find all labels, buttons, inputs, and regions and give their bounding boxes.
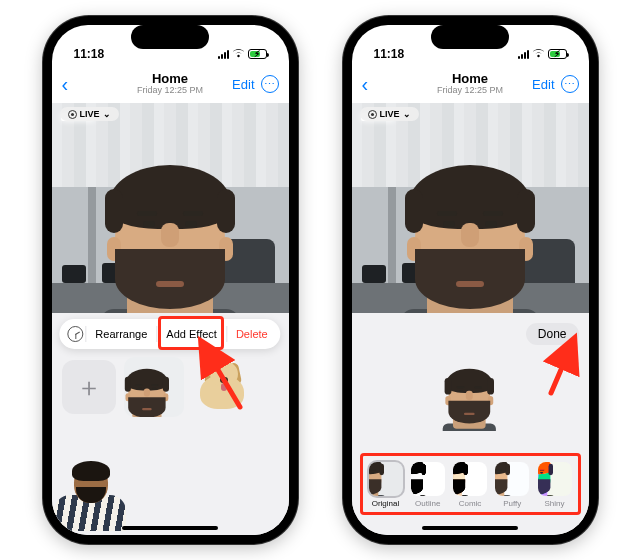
effect-original[interactable]: Original [369, 462, 403, 508]
recents-icon[interactable] [67, 326, 83, 342]
live-badge[interactable]: LIVE ⌄ [60, 107, 119, 121]
wifi-icon [232, 47, 245, 61]
status-right: ⚡︎ [218, 47, 267, 61]
edit-button[interactable]: Edit [232, 77, 254, 92]
sticker-thumb-person[interactable] [124, 357, 184, 417]
subject-portrait [85, 123, 255, 313]
nav-subtitle: Friday 12:25 PM [437, 86, 503, 96]
battery-icon: ⚡︎ [248, 49, 267, 59]
effect-shiny[interactable]: Shiny [538, 462, 572, 508]
phone-right: 11:18 ⚡︎ ‹ Home Friday 12:25 PM Edit ⋯ L… [343, 16, 598, 544]
sticker-drawer: Rearrange Add Effect Delete ＋ [52, 313, 289, 535]
nav-title: Home [437, 72, 503, 86]
wifi-icon [532, 47, 545, 61]
dynamic-island [131, 25, 209, 49]
back-button[interactable]: ‹ [362, 73, 369, 96]
screen: 11:18 ⚡︎ ‹ Home Friday 12:25 PM Edit ⋯ L… [52, 25, 289, 535]
add-sticker-button[interactable]: ＋ [62, 360, 116, 414]
add-effect-button[interactable]: Add Effect [157, 328, 226, 340]
edit-button[interactable]: Edit [532, 77, 554, 92]
effect-label: Puffy [503, 499, 521, 508]
rearrange-button[interactable]: Rearrange [86, 328, 156, 340]
cellular-icon [218, 50, 229, 59]
nav-subtitle: Friday 12:25 PM [137, 86, 203, 96]
effect-label: Comic [459, 499, 482, 508]
nav-bar: ‹ Home Friday 12:25 PM Edit ⋯ [352, 65, 589, 103]
sticker-thumb-person-2[interactable] [52, 461, 128, 531]
effects-panel: Done Original Outl [352, 313, 589, 535]
dynamic-island [431, 25, 509, 49]
home-indicator[interactable] [122, 526, 218, 530]
nav-title: Home [137, 72, 203, 86]
more-button[interactable]: ⋯ [561, 75, 579, 93]
photo-preview[interactable] [52, 103, 289, 313]
sticker-preview[interactable] [439, 353, 501, 421]
chevron-down-icon: ⌄ [103, 109, 111, 119]
status-right: ⚡︎ [518, 47, 567, 61]
effect-puffy[interactable]: Puffy [495, 462, 529, 508]
back-button[interactable]: ‹ [62, 73, 69, 96]
cellular-icon [518, 50, 529, 59]
callout-arrow [545, 347, 575, 395]
effect-outline[interactable]: Outline [411, 462, 445, 508]
live-icon [68, 110, 77, 119]
effects-bar: Original Outline Comic Puffy Shiny [360, 453, 581, 515]
effect-comic[interactable]: Comic [453, 462, 487, 508]
delete-button[interactable]: Delete [227, 328, 277, 340]
more-button[interactable]: ⋯ [261, 75, 279, 93]
callout-arrow [202, 347, 248, 411]
status-time: 11:18 [374, 47, 405, 61]
chevron-down-icon: ⌄ [403, 109, 411, 119]
live-badge[interactable]: LIVE ⌄ [360, 107, 419, 121]
live-icon [368, 110, 377, 119]
nav-bar: ‹ Home Friday 12:25 PM Edit ⋯ [52, 65, 289, 103]
phone-left: 11:18 ⚡︎ ‹ Home Friday 12:25 PM Edit ⋯ L… [43, 16, 298, 544]
home-indicator[interactable] [422, 526, 518, 530]
screen: 11:18 ⚡︎ ‹ Home Friday 12:25 PM Edit ⋯ L… [352, 25, 589, 535]
effect-label: Shiny [544, 499, 564, 508]
done-button[interactable]: Done [526, 323, 579, 345]
subject-portrait [385, 123, 555, 313]
status-time: 11:18 [74, 47, 105, 61]
effect-label: Original [372, 499, 400, 508]
effect-label: Outline [415, 499, 440, 508]
battery-icon: ⚡︎ [548, 49, 567, 59]
photo-preview[interactable] [352, 103, 589, 313]
context-menu: Rearrange Add Effect Delete [59, 319, 280, 349]
